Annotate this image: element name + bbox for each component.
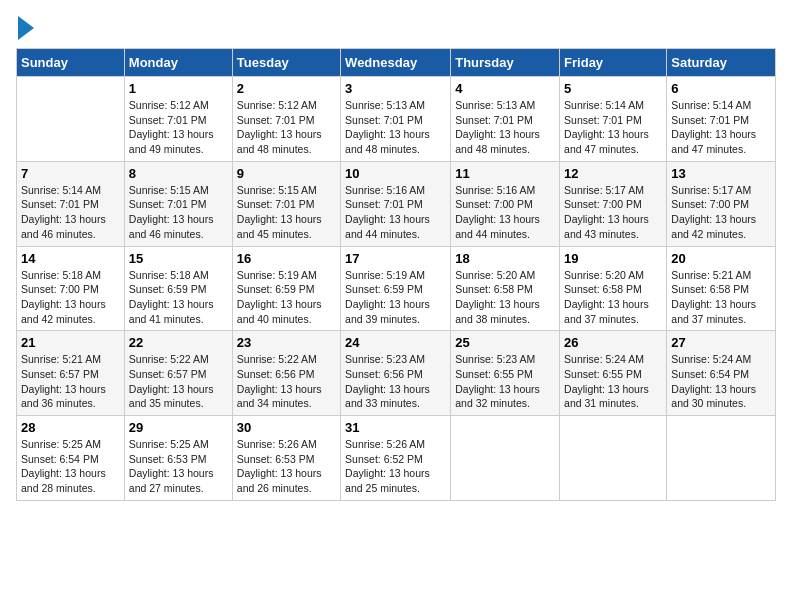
day-number: 7 — [21, 166, 120, 181]
col-header-monday: Monday — [124, 49, 232, 77]
day-number: 17 — [345, 251, 446, 266]
calendar-week-1: 1Sunrise: 5:12 AM Sunset: 7:01 PM Daylig… — [17, 77, 776, 162]
calendar-cell: 11Sunrise: 5:16 AM Sunset: 7:00 PM Dayli… — [451, 161, 560, 246]
day-number: 27 — [671, 335, 771, 350]
day-number: 18 — [455, 251, 555, 266]
calendar-cell: 10Sunrise: 5:16 AM Sunset: 7:01 PM Dayli… — [341, 161, 451, 246]
calendar-header: SundayMondayTuesdayWednesdayThursdayFrid… — [17, 49, 776, 77]
day-number: 29 — [129, 420, 228, 435]
calendar-cell: 19Sunrise: 5:20 AM Sunset: 6:58 PM Dayli… — [560, 246, 667, 331]
day-number: 8 — [129, 166, 228, 181]
day-info: Sunrise: 5:12 AM Sunset: 7:01 PM Dayligh… — [129, 98, 228, 157]
day-info: Sunrise: 5:18 AM Sunset: 7:00 PM Dayligh… — [21, 268, 120, 327]
calendar-week-3: 14Sunrise: 5:18 AM Sunset: 7:00 PM Dayli… — [17, 246, 776, 331]
calendar-cell: 30Sunrise: 5:26 AM Sunset: 6:53 PM Dayli… — [232, 416, 340, 501]
day-number: 28 — [21, 420, 120, 435]
calendar-cell — [17, 77, 125, 162]
calendar-cell: 9Sunrise: 5:15 AM Sunset: 7:01 PM Daylig… — [232, 161, 340, 246]
calendar-cell: 3Sunrise: 5:13 AM Sunset: 7:01 PM Daylig… — [341, 77, 451, 162]
calendar-cell — [667, 416, 776, 501]
calendar-cell: 21Sunrise: 5:21 AM Sunset: 6:57 PM Dayli… — [17, 331, 125, 416]
day-info: Sunrise: 5:14 AM Sunset: 7:01 PM Dayligh… — [21, 183, 120, 242]
day-number: 11 — [455, 166, 555, 181]
calendar-cell: 26Sunrise: 5:24 AM Sunset: 6:55 PM Dayli… — [560, 331, 667, 416]
calendar-cell: 15Sunrise: 5:18 AM Sunset: 6:59 PM Dayli… — [124, 246, 232, 331]
day-info: Sunrise: 5:16 AM Sunset: 7:00 PM Dayligh… — [455, 183, 555, 242]
day-number: 2 — [237, 81, 336, 96]
calendar-cell: 18Sunrise: 5:20 AM Sunset: 6:58 PM Dayli… — [451, 246, 560, 331]
logo-arrow-icon — [18, 16, 34, 40]
day-info: Sunrise: 5:16 AM Sunset: 7:01 PM Dayligh… — [345, 183, 446, 242]
day-info: Sunrise: 5:24 AM Sunset: 6:54 PM Dayligh… — [671, 352, 771, 411]
day-number: 13 — [671, 166, 771, 181]
day-number: 20 — [671, 251, 771, 266]
calendar-cell: 29Sunrise: 5:25 AM Sunset: 6:53 PM Dayli… — [124, 416, 232, 501]
col-header-tuesday: Tuesday — [232, 49, 340, 77]
col-header-saturday: Saturday — [667, 49, 776, 77]
calendar-cell: 14Sunrise: 5:18 AM Sunset: 7:00 PM Dayli… — [17, 246, 125, 331]
day-info: Sunrise: 5:26 AM Sunset: 6:52 PM Dayligh… — [345, 437, 446, 496]
day-number: 4 — [455, 81, 555, 96]
calendar-cell — [560, 416, 667, 501]
day-number: 16 — [237, 251, 336, 266]
calendar-cell: 6Sunrise: 5:14 AM Sunset: 7:01 PM Daylig… — [667, 77, 776, 162]
day-number: 15 — [129, 251, 228, 266]
calendar-cell: 7Sunrise: 5:14 AM Sunset: 7:01 PM Daylig… — [17, 161, 125, 246]
day-number: 30 — [237, 420, 336, 435]
day-info: Sunrise: 5:20 AM Sunset: 6:58 PM Dayligh… — [455, 268, 555, 327]
day-number: 9 — [237, 166, 336, 181]
day-info: Sunrise: 5:13 AM Sunset: 7:01 PM Dayligh… — [455, 98, 555, 157]
day-number: 31 — [345, 420, 446, 435]
calendar-cell: 28Sunrise: 5:25 AM Sunset: 6:54 PM Dayli… — [17, 416, 125, 501]
day-number: 26 — [564, 335, 662, 350]
day-info: Sunrise: 5:12 AM Sunset: 7:01 PM Dayligh… — [237, 98, 336, 157]
day-info: Sunrise: 5:19 AM Sunset: 6:59 PM Dayligh… — [237, 268, 336, 327]
calendar-cell: 4Sunrise: 5:13 AM Sunset: 7:01 PM Daylig… — [451, 77, 560, 162]
calendar-week-5: 28Sunrise: 5:25 AM Sunset: 6:54 PM Dayli… — [17, 416, 776, 501]
day-number: 10 — [345, 166, 446, 181]
day-number: 3 — [345, 81, 446, 96]
calendar-cell: 16Sunrise: 5:19 AM Sunset: 6:59 PM Dayli… — [232, 246, 340, 331]
day-info: Sunrise: 5:15 AM Sunset: 7:01 PM Dayligh… — [237, 183, 336, 242]
col-header-thursday: Thursday — [451, 49, 560, 77]
day-info: Sunrise: 5:22 AM Sunset: 6:56 PM Dayligh… — [237, 352, 336, 411]
col-header-friday: Friday — [560, 49, 667, 77]
calendar-cell: 13Sunrise: 5:17 AM Sunset: 7:00 PM Dayli… — [667, 161, 776, 246]
day-number: 5 — [564, 81, 662, 96]
day-info: Sunrise: 5:17 AM Sunset: 7:00 PM Dayligh… — [564, 183, 662, 242]
calendar-cell: 25Sunrise: 5:23 AM Sunset: 6:55 PM Dayli… — [451, 331, 560, 416]
day-info: Sunrise: 5:21 AM Sunset: 6:58 PM Dayligh… — [671, 268, 771, 327]
day-number: 22 — [129, 335, 228, 350]
calendar-cell: 17Sunrise: 5:19 AM Sunset: 6:59 PM Dayli… — [341, 246, 451, 331]
calendar-cell: 12Sunrise: 5:17 AM Sunset: 7:00 PM Dayli… — [560, 161, 667, 246]
calendar-cell: 24Sunrise: 5:23 AM Sunset: 6:56 PM Dayli… — [341, 331, 451, 416]
day-info: Sunrise: 5:17 AM Sunset: 7:00 PM Dayligh… — [671, 183, 771, 242]
day-info: Sunrise: 5:23 AM Sunset: 6:56 PM Dayligh… — [345, 352, 446, 411]
day-info: Sunrise: 5:14 AM Sunset: 7:01 PM Dayligh… — [564, 98, 662, 157]
calendar-cell: 5Sunrise: 5:14 AM Sunset: 7:01 PM Daylig… — [560, 77, 667, 162]
day-info: Sunrise: 5:13 AM Sunset: 7:01 PM Dayligh… — [345, 98, 446, 157]
calendar-week-4: 21Sunrise: 5:21 AM Sunset: 6:57 PM Dayli… — [17, 331, 776, 416]
calendar-cell: 27Sunrise: 5:24 AM Sunset: 6:54 PM Dayli… — [667, 331, 776, 416]
calendar-cell: 22Sunrise: 5:22 AM Sunset: 6:57 PM Dayli… — [124, 331, 232, 416]
calendar-cell: 31Sunrise: 5:26 AM Sunset: 6:52 PM Dayli… — [341, 416, 451, 501]
col-header-wednesday: Wednesday — [341, 49, 451, 77]
day-number: 6 — [671, 81, 771, 96]
day-number: 21 — [21, 335, 120, 350]
day-number: 14 — [21, 251, 120, 266]
page-header — [16, 16, 776, 40]
day-info: Sunrise: 5:20 AM Sunset: 6:58 PM Dayligh… — [564, 268, 662, 327]
logo — [16, 16, 34, 40]
calendar-week-2: 7Sunrise: 5:14 AM Sunset: 7:01 PM Daylig… — [17, 161, 776, 246]
day-number: 12 — [564, 166, 662, 181]
day-info: Sunrise: 5:26 AM Sunset: 6:53 PM Dayligh… — [237, 437, 336, 496]
calendar-cell: 20Sunrise: 5:21 AM Sunset: 6:58 PM Dayli… — [667, 246, 776, 331]
day-info: Sunrise: 5:22 AM Sunset: 6:57 PM Dayligh… — [129, 352, 228, 411]
calendar-cell: 2Sunrise: 5:12 AM Sunset: 7:01 PM Daylig… — [232, 77, 340, 162]
col-header-sunday: Sunday — [17, 49, 125, 77]
calendar-cell: 8Sunrise: 5:15 AM Sunset: 7:01 PM Daylig… — [124, 161, 232, 246]
day-info: Sunrise: 5:14 AM Sunset: 7:01 PM Dayligh… — [671, 98, 771, 157]
day-info: Sunrise: 5:18 AM Sunset: 6:59 PM Dayligh… — [129, 268, 228, 327]
day-info: Sunrise: 5:21 AM Sunset: 6:57 PM Dayligh… — [21, 352, 120, 411]
day-number: 25 — [455, 335, 555, 350]
